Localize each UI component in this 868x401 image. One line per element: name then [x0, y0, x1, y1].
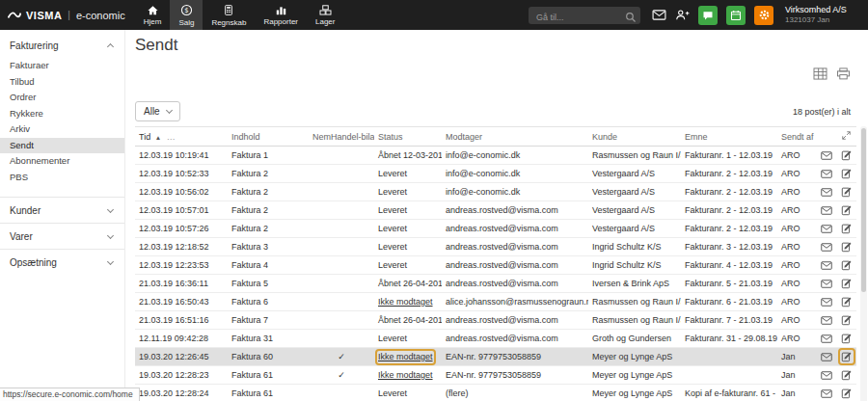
table-row[interactable]: 21.03.19 16:51:16 Faktura 7 Åbnet 26-04-… — [135, 311, 856, 330]
nav-item-lager[interactable]: Lager — [307, 0, 343, 30]
sidebar-section-kunder[interactable]: Kunder — [0, 197, 124, 223]
email-icon[interactable] — [821, 225, 832, 233]
sidebar-item-arkiv[interactable]: Arkiv — [0, 121, 124, 138]
email-icon[interactable] — [821, 389, 832, 398]
edit-icon[interactable] — [841, 333, 853, 344]
email-icon[interactable] — [821, 280, 832, 288]
col-header-sendt-af[interactable]: Sendt af — [777, 127, 816, 147]
edit-icon[interactable] — [841, 278, 853, 289]
email-icon[interactable] — [821, 298, 832, 307]
cell-edit-action — [836, 311, 856, 330]
col-header-kunde[interactable]: Kunde — [588, 127, 681, 147]
nav-item-salg[interactable]: $ Salg — [170, 0, 203, 30]
table-row[interactable]: 12.03.19 10:57:26 Faktura 2 Leveret andr… — [135, 220, 856, 238]
status-text[interactable]: Ikke modtaget — [378, 352, 433, 362]
sidebar-item-abonnementer[interactable]: Abonnementer — [0, 153, 124, 170]
edit-icon[interactable] — [841, 223, 853, 234]
edit-icon[interactable] — [841, 351, 853, 362]
company-selector[interactable]: Virksomhed A/S 1321037 Jan — [785, 5, 868, 25]
table-row[interactable]: 19.03.20 12:28:23 Faktura 61 ✓ Ikke modt… — [135, 366, 856, 385]
sidebar-item-sendt[interactable]: Sendt — [0, 138, 124, 154]
sidebar-item-ordrer[interactable]: Ordrer — [0, 90, 124, 106]
edit-icon[interactable] — [841, 149, 853, 161]
status-text[interactable]: Åbnet 26-04-2019 — [378, 315, 442, 326]
brand[interactable]: VISMA | e-conomic — [0, 0, 135, 30]
col-header-nemhandel[interactable]: NemHandel-bilag — [309, 127, 374, 147]
expand-icon[interactable] — [842, 132, 851, 142]
col-header-tid[interactable]: Tid ▲ … — [135, 127, 228, 147]
table-row[interactable]: 19.03.20 12:28:24 Faktura 61 Leveret (fl… — [135, 385, 856, 401]
sidebar-item-pbs[interactable]: PBS — [0, 170, 124, 186]
edit-icon[interactable] — [841, 168, 853, 179]
edit-icon[interactable] — [841, 388, 853, 399]
add-user-icon[interactable] — [675, 9, 690, 21]
settings-gear-button[interactable] — [754, 6, 773, 25]
table-view-icon[interactable] — [813, 67, 827, 84]
col-header-modtager[interactable]: Modtager — [442, 127, 588, 147]
table-row[interactable]: 12.03.19 12:18:52 Faktura 3 Leveret andr… — [135, 238, 856, 256]
status-text[interactable]: Leveret — [378, 224, 407, 234]
sidebar-section-fakturering[interactable]: Fakturering — [0, 33, 124, 58]
edit-icon[interactable] — [841, 204, 853, 216]
table-row[interactable]: 19.03.20 12:26:45 Faktura 60 ✓ Ikke modt… — [135, 348, 856, 366]
email-icon[interactable] — [821, 188, 832, 197]
status-text[interactable]: Leveret — [378, 388, 407, 399]
chevron-down-icon — [107, 232, 114, 239]
table-row[interactable]: 21.03.19 16:50:43 Faktura 6 Ikke modtage… — [135, 293, 856, 311]
edit-icon[interactable] — [841, 259, 853, 271]
email-icon[interactable] — [821, 243, 832, 252]
email-icon[interactable] — [821, 316, 832, 325]
col-header-mail — [816, 127, 836, 147]
status-text[interactable]: Åbnet 12-03-2019 — [378, 150, 442, 161]
email-icon[interactable] — [821, 353, 832, 361]
table-row[interactable]: 12.03.19 10:57:01 Faktura 2 Leveret andr… — [135, 201, 856, 220]
table-row[interactable]: 12.03.19 10:56:02 Faktura 2 Leveret info… — [135, 183, 856, 201]
status-text[interactable]: Åbnet 26-04-2019 — [378, 279, 442, 289]
inbox-mail-icon[interactable] — [652, 10, 666, 20]
edit-icon[interactable] — [841, 314, 853, 326]
sidebar-section-opsaetning[interactable]: Opsætning — [0, 249, 124, 275]
search-input[interactable] — [529, 9, 640, 26]
table-row[interactable]: 12.03.19 10:52:33 Faktura 2 Leveret info… — [135, 165, 856, 183]
nav-item-hjem[interactable]: Hjem — [135, 0, 171, 30]
status-text[interactable]: Leveret — [378, 242, 407, 253]
cell-indhold: Faktura 60 — [228, 348, 309, 366]
status-text[interactable]: Ikke modtaget — [378, 297, 433, 307]
edit-icon[interactable] — [841, 296, 853, 307]
email-icon[interactable] — [821, 261, 832, 270]
scrollbar-thumb[interactable] — [861, 128, 866, 292]
nav-item-regnskab[interactable]: Regnskab — [203, 0, 255, 30]
sidebar-item-rykkere[interactable]: Rykkere — [0, 106, 124, 122]
chat-button[interactable] — [698, 6, 718, 25]
email-icon[interactable] — [821, 170, 832, 178]
status-text[interactable]: Leveret — [378, 334, 407, 344]
vertical-scrollbar[interactable] — [860, 126, 867, 401]
email-icon[interactable] — [821, 206, 832, 215]
sidebar-item-fakturaer[interactable]: Fakturaer — [0, 58, 124, 74]
edit-icon[interactable] — [841, 241, 853, 253]
email-icon[interactable] — [821, 151, 832, 160]
table-row[interactable]: 12.03.19 10:19:41 Faktura 1 Åbnet 12-03-… — [135, 147, 856, 165]
calendar-button[interactable] — [726, 6, 746, 25]
col-header-indhold[interactable]: Indhold — [228, 127, 309, 147]
col-header-emne[interactable]: Emne — [681, 127, 777, 147]
sidebar-item-tilbud[interactable]: Tilbud — [0, 74, 124, 91]
edit-icon[interactable] — [841, 369, 853, 381]
column-menu-icon[interactable]: … — [167, 132, 176, 142]
filter-dropdown[interactable]: Alle — [135, 101, 180, 121]
email-icon[interactable] — [821, 371, 832, 380]
edit-icon[interactable] — [841, 186, 853, 198]
print-icon[interactable] — [836, 67, 851, 84]
status-text[interactable]: Leveret — [378, 187, 407, 198]
status-text[interactable]: Leveret — [378, 169, 407, 179]
status-text[interactable]: Leveret — [378, 205, 407, 216]
col-header-status[interactable]: Status — [374, 127, 442, 147]
table-row[interactable]: 12.03.19 12:23:53 Faktura 4 Leveret andr… — [135, 256, 856, 275]
nav-item-rapporter[interactable]: Rapporter — [255, 0, 307, 30]
status-text[interactable]: Ikke modtaget — [378, 370, 433, 381]
status-text[interactable]: Leveret — [378, 260, 407, 271]
table-row[interactable]: 12.11.19 09:42:28 Faktura 31 Leveret and… — [135, 330, 856, 348]
sidebar-section-varer[interactable]: Varer — [0, 223, 124, 249]
table-row[interactable]: 21.03.19 16:36:11 Faktura 5 Åbnet 26-04-… — [135, 275, 856, 293]
email-icon[interactable] — [821, 334, 832, 343]
